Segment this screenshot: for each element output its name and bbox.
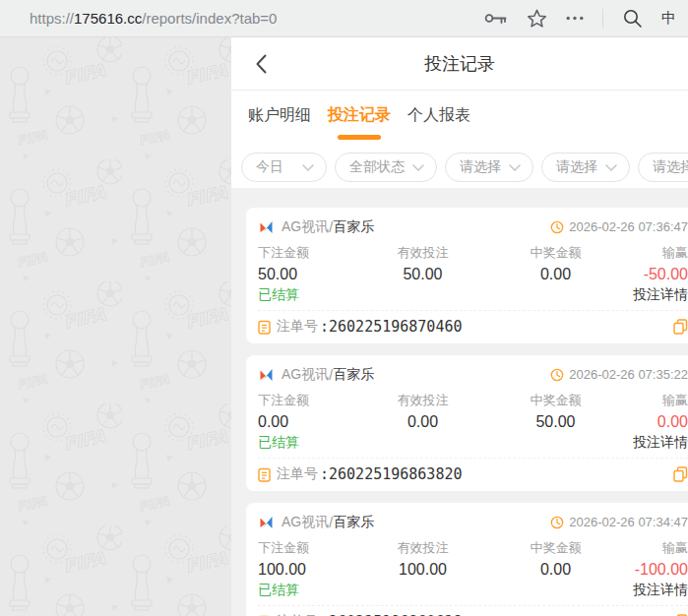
chevron-down-icon [509, 164, 521, 171]
filter-dropdown[interactable]: 今日 [241, 153, 327, 182]
clock-icon [550, 220, 564, 234]
record-header: AG视讯/百家乐 2026-02-26 07:35:22 [258, 364, 688, 385]
tab-item[interactable]: 账户明细 [248, 105, 311, 148]
order-number-value: :260225196863820 [320, 465, 463, 483]
game-name: 百家乐 [333, 218, 374, 236]
ag-provider-logo-icon [258, 219, 275, 235]
chevron-down-icon [605, 164, 617, 171]
provider-name: AG视讯 [281, 366, 329, 384]
filter-dropdown[interactable]: 请选择 [541, 153, 630, 182]
game-name: 百家乐 [333, 514, 374, 531]
ag-provider-logo-icon [258, 515, 275, 530]
amounts-grid: 下注金额 50.00 有效投注 50.00 中奖金额 0.00 输赢 [258, 245, 688, 283]
filter-dropdown-label: 请选择 [460, 158, 501, 176]
ag-provider-logo-icon [258, 367, 275, 383]
prize-amount-value: 50.00 [489, 412, 622, 431]
filter-dropdown[interactable]: 全部状态 [335, 153, 437, 182]
tab-item[interactable]: 投注记录 [328, 105, 391, 148]
fifa-watermark-svg: FIFA FIFA [0, 37, 231, 616]
filter-dropdown[interactable]: 请选择 [445, 153, 533, 182]
win-loss-label: 输赢 [622, 393, 688, 407]
prize-amount-value: 0.00 [489, 560, 622, 579]
record-timestamp: 2026-02-26 07:34:47 [569, 515, 688, 529]
filter-dropdown-label: 今日 [256, 158, 283, 176]
order-number-label: 注单号 [277, 318, 318, 336]
provider-name: AG视讯 [281, 218, 329, 236]
order-number-value: :260225196870460 [320, 318, 463, 336]
game-name: 百家乐 [333, 366, 374, 384]
chevron-down-icon [412, 164, 424, 171]
bet-amount-value: 0.00 [258, 412, 356, 431]
search-icon[interactable] [622, 8, 643, 29]
valid-bet-value: 0.00 [356, 412, 489, 431]
browser-address-bar[interactable]: https://175616.cc/reports/index?tab=0 中 [0, 0, 688, 37]
amounts-grid: 下注金额 0.00 有效投注 0.00 中奖金额 50.00 输赢 [258, 393, 688, 431]
record-timestamp: 2026-02-26 07:36:47 [569, 219, 688, 234]
win-loss-label: 输赢 [622, 245, 688, 260]
order-note-icon [258, 467, 271, 482]
bet-record-card: AG视讯/百家乐 2026-02-26 07:36:47 下注金额 50.00 … [246, 208, 688, 343]
password-key-icon[interactable] [484, 12, 508, 25]
valid-bet-value: 100.00 [356, 560, 489, 579]
filter-dropdown-label: 请选择 [556, 158, 597, 176]
prize-amount-label: 中奖金额 [489, 393, 622, 407]
url-text[interactable]: https://175616.cc/reports/index?tab=0 [30, 10, 484, 27]
valid-bet-label: 有效投注 [356, 393, 489, 407]
copy-icon[interactable] [673, 319, 688, 335]
fifa-pattern-background: FIFA FIFA [0, 37, 231, 616]
bet-detail-link[interactable]: 投注详情 [633, 285, 688, 304]
bet-amount-value: 50.00 [258, 265, 356, 283]
amounts-grid: 下注金额 100.00 有效投注 100.00 中奖金额 0.00 输赢 [258, 540, 688, 579]
filter-dropdown-label: 请选择 [653, 158, 688, 176]
bet-record-list: AG视讯/百家乐 2026-02-26 07:36:47 下注金额 50.00 … [231, 188, 688, 616]
chevron-down-icon [302, 164, 314, 171]
page-title: 投注记录 [424, 52, 495, 76]
bet-detail-link[interactable]: 投注详情 [633, 433, 688, 452]
settled-status-badge: 已结算 [258, 433, 299, 452]
prize-amount-label: 中奖金额 [489, 245, 622, 260]
record-timestamp: 2026-02-26 07:35:22 [569, 367, 688, 382]
settled-status-badge: 已结算 [258, 285, 299, 304]
valid-bet-label: 有效投注 [356, 245, 489, 260]
order-note-icon [258, 320, 271, 335]
browser-menu-dots-icon[interactable] [566, 16, 584, 21]
bet-record-card: AG视讯/百家乐 2026-02-26 07:34:47 下注金额 100.00 [246, 503, 688, 616]
settled-status-badge: 已结算 [258, 581, 299, 599]
filter-dropdown-label: 全部状态 [349, 158, 405, 176]
url-scheme: https:// [30, 10, 74, 27]
reports-panel: 投注记录 账户明细 投注记录 个人报表 今日 全部状态 [231, 37, 688, 616]
tab-item[interactable]: 个人报表 [407, 105, 470, 148]
prize-amount-value: 0.00 [489, 265, 622, 283]
bet-amount-label: 下注金额 [258, 540, 356, 555]
clock-icon [550, 368, 564, 382]
bet-record-card: AG视讯/百家乐 2026-02-26 07:35:22 下注金额 0.00 有… [246, 355, 688, 491]
valid-bet-value: 50.00 [356, 265, 489, 283]
filter-dropdown[interactable]: 请选择 [638, 153, 688, 182]
tab-bar: 账户明细 投注记录 个人报表 [231, 91, 688, 148]
page-header: 投注记录 [231, 37, 688, 91]
filter-bar: 今日 全部状态 请选择 请选择 [231, 148, 688, 188]
bet-amount-label: 下注金额 [258, 245, 356, 260]
record-header: AG视讯/百家乐 2026-02-26 07:34:47 [258, 512, 688, 532]
provider-name: AG视讯 [281, 514, 329, 531]
bet-detail-link[interactable]: 投注详情 [633, 581, 688, 599]
url-host: 175616.cc [74, 10, 142, 27]
win-loss-value: -100.00 [622, 560, 688, 579]
url-path: /reports/index?tab=0 [142, 10, 277, 27]
language-button[interactable]: 中 [661, 9, 676, 28]
copy-icon[interactable] [673, 466, 688, 482]
order-number-label: 注单号 [277, 465, 318, 483]
bet-amount-value: 100.00 [258, 560, 356, 579]
win-loss-label: 输赢 [622, 540, 688, 555]
valid-bet-label: 有效投注 [356, 540, 489, 555]
prize-amount-label: 中奖金额 [489, 540, 622, 555]
win-loss-value: 0.00 [622, 412, 688, 431]
bet-amount-label: 下注金额 [258, 393, 356, 407]
win-loss-value: -50.00 [622, 265, 688, 283]
back-button[interactable] [255, 54, 267, 74]
record-header: AG视讯/百家乐 2026-02-26 07:36:47 [258, 216, 688, 237]
bookmark-star-icon[interactable] [527, 9, 547, 29]
toolbar-divider [602, 9, 603, 29]
clock-icon [550, 516, 564, 529]
